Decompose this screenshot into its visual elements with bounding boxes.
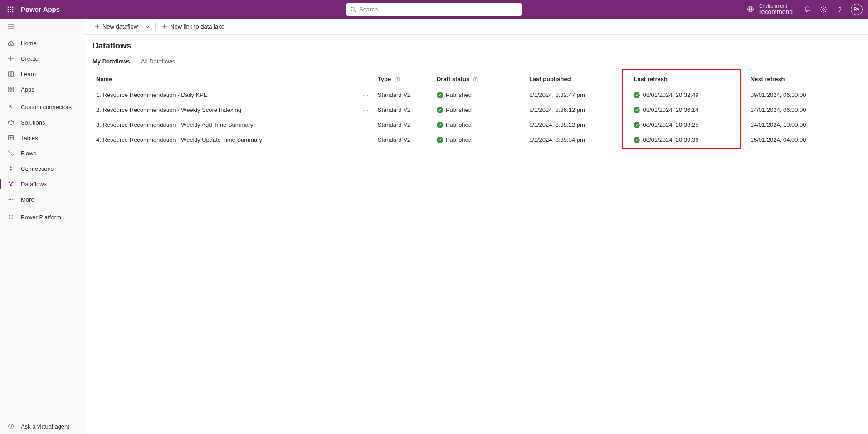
search-box[interactable] — [346, 3, 522, 16]
nav-label: Apps — [21, 86, 34, 93]
plus-icon — [8, 55, 14, 62]
col-header-next-refresh[interactable]: Next refresh — [747, 71, 861, 87]
nav-solutions[interactable]: Solutions — [0, 115, 85, 130]
tab-my-dataflows[interactable]: My Dataflows — [93, 55, 130, 68]
new-dataflow-menu-button[interactable] — [142, 20, 152, 34]
col-header-published[interactable]: Last published — [526, 71, 630, 87]
waffle-icon — [7, 6, 14, 13]
environment-icon — [746, 5, 755, 13]
cell-next-refresh: 14/01/2024, 06:30:00 — [747, 102, 861, 117]
environment-picker[interactable]: Environment recommend — [742, 3, 797, 15]
col-header-last-refresh[interactable]: Last refresh — [630, 71, 746, 87]
nav-more[interactable]: More — [0, 192, 85, 207]
account-avatar[interactable]: PA — [851, 4, 863, 15]
svg-point-31 — [9, 424, 14, 429]
tab-all-dataflows[interactable]: All Dataflows — [141, 55, 175, 68]
check-circle-icon — [634, 107, 640, 113]
nav-label: Create — [21, 55, 39, 62]
cell-type: Standard V2 — [374, 117, 433, 132]
nav-label: Flows — [21, 150, 36, 157]
svg-rect-38 — [475, 79, 476, 81]
check-circle-icon — [437, 107, 443, 113]
svg-rect-18 — [9, 90, 10, 92]
nav-tables[interactable]: Tables — [0, 130, 85, 145]
svg-point-24 — [12, 154, 14, 156]
col-header-type[interactable]: Type — [374, 71, 433, 87]
row-more-button[interactable]: ⋯ — [361, 106, 371, 113]
cell-published: 8/1/2024, 8:39:34 pm — [526, 132, 630, 147]
connections-icon — [8, 165, 14, 172]
info-icon[interactable] — [395, 77, 400, 82]
help-icon — [836, 6, 844, 13]
nav-label: Tables — [21, 135, 38, 141]
dataflows-table: Name Type Draft status Last published La… — [93, 71, 861, 147]
nav-create[interactable]: Create — [0, 51, 85, 66]
cell-next-refresh: 15/01/2024, 04:00:00 — [747, 132, 861, 147]
notifications-button[interactable] — [799, 1, 815, 18]
nav-home[interactable]: Home — [0, 35, 85, 51]
nav-flows[interactable]: Flows — [0, 145, 85, 161]
svg-point-1 — [10, 6, 11, 8]
app-launcher-button[interactable] — [3, 2, 18, 17]
nav-collapse-button[interactable] — [0, 19, 85, 35]
table-row[interactable]: 1. Resource Recommendation - Daily KPE ⋯… — [93, 87, 861, 103]
tab-label: My Dataflows — [93, 58, 130, 65]
table-row[interactable]: 3. Resource Recommendation - Weekly Add … — [93, 117, 861, 132]
new-link-data-lake-button[interactable]: New link to data lake — [158, 20, 228, 34]
nav-label: Learn — [21, 71, 36, 77]
svg-point-7 — [10, 11, 11, 12]
row-more-button[interactable]: ⋯ — [361, 92, 371, 98]
col-header-name[interactable]: Name — [93, 71, 374, 87]
apps-icon — [8, 86, 14, 92]
new-dataflow-button[interactable]: New dataflow — [91, 20, 141, 34]
cell-next-refresh: 14/01/2024, 10:00:00 — [747, 117, 861, 132]
cell-name: 2. Resource Recommendation - Weekly Scor… — [93, 102, 374, 117]
svg-point-29 — [10, 199, 11, 200]
cell-type: Standard V2 — [374, 102, 433, 117]
svg-point-5 — [12, 9, 14, 10]
cmd-label: New link to data lake — [170, 23, 224, 30]
more-icon — [8, 196, 14, 203]
svg-point-30 — [12, 199, 13, 200]
col-header-draft[interactable]: Draft status — [433, 71, 526, 87]
row-more-button[interactable]: ⋯ — [361, 121, 371, 128]
main-region: New dataflow New link to data lake Dataf… — [85, 19, 868, 434]
svg-rect-17 — [11, 87, 13, 89]
nav-label: Dataflows — [21, 181, 47, 188]
page-title: Dataflows — [93, 41, 861, 51]
nav-power-platform[interactable]: Power Platform — [0, 209, 85, 225]
svg-point-9 — [351, 7, 355, 11]
tab-label: All Dataflows — [141, 58, 175, 65]
environment-label: Environment — [759, 3, 793, 9]
table-row[interactable]: 2. Resource Recommendation - Weekly Scor… — [93, 102, 861, 117]
book-icon — [8, 71, 14, 77]
help-button[interactable] — [832, 1, 848, 18]
settings-button[interactable] — [815, 1, 832, 18]
nav-learn[interactable]: Learn — [0, 66, 85, 82]
environment-name: recommend — [759, 9, 793, 15]
svg-point-0 — [8, 6, 9, 8]
bell-icon — [804, 6, 811, 13]
svg-point-20 — [9, 105, 10, 106]
row-more-button[interactable]: ⋯ — [361, 136, 371, 143]
check-circle-icon — [634, 137, 640, 143]
nav-connections[interactable]: Connections — [0, 161, 85, 176]
hamburger-icon — [8, 24, 14, 30]
nav-custom-connectors[interactable]: Custom connectors — [0, 99, 85, 115]
check-circle-icon — [634, 122, 640, 128]
info-icon[interactable] — [473, 77, 478, 82]
table-row[interactable]: 4. Resource Recommendation - Weekly Upda… — [93, 132, 861, 147]
nav-dataflows[interactable]: Dataflows — [0, 176, 85, 192]
search-icon — [350, 6, 356, 13]
check-circle-icon — [437, 137, 443, 143]
ask-virtual-agent[interactable]: Ask a virtual agent — [0, 419, 85, 434]
svg-rect-19 — [11, 90, 13, 92]
svg-point-15 — [839, 11, 840, 12]
nav-label: More — [21, 196, 34, 203]
gear-icon — [820, 6, 827, 13]
search-input[interactable] — [356, 6, 518, 13]
cell-draft: Published — [433, 87, 526, 103]
svg-rect-35 — [397, 79, 397, 81]
nav-apps[interactable]: Apps — [0, 82, 85, 97]
nav-label: Solutions — [21, 119, 45, 126]
